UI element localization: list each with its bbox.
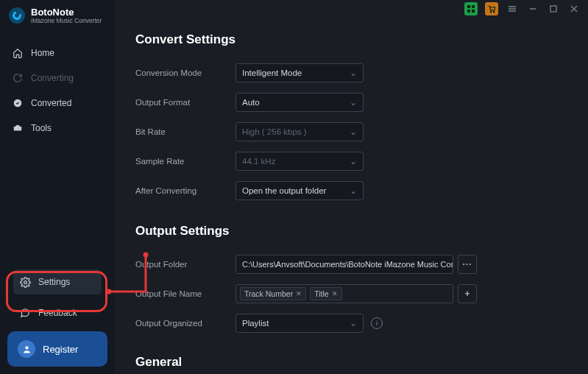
- remove-tag-icon[interactable]: ✕: [332, 290, 338, 297]
- input-value: C:\Users\Anvsoft\Documents\BotoNote iMaz…: [242, 260, 453, 269]
- svg-point-12: [493, 11, 494, 12]
- section-title-convert: Convert Settings: [135, 32, 570, 47]
- register-button[interactable]: Register: [7, 331, 107, 367]
- chevron-down-icon: ⌄: [350, 97, 357, 107]
- sidebar-item-label: Settings: [38, 277, 70, 287]
- filename-tag-tracknumber[interactable]: Track Number ✕: [240, 287, 306, 300]
- svg-rect-10: [472, 10, 475, 13]
- row-output-folder: Output Folder C:\Users\Anvsoft\Documents…: [135, 255, 570, 274]
- svg-rect-9: [467, 10, 470, 13]
- brand: BotoNote iMazone Music Converter: [0, 0, 115, 30]
- brand-title: BotoNote: [31, 7, 102, 18]
- info-icon[interactable]: i: [371, 317, 383, 329]
- section-title-output: Output Settings: [135, 224, 570, 239]
- bitrate-select: High ( 256 kbps ) ⌄: [235, 122, 364, 141]
- plus-icon: +: [464, 289, 470, 299]
- row-bitrate: Bit Rate High ( 256 kbps ) ⌄: [135, 122, 570, 141]
- apps-icon[interactable]: [464, 2, 478, 15]
- select-value: Intelligent Mode: [242, 68, 302, 77]
- tools-icon: [12, 122, 24, 134]
- svg-rect-2: [16, 124, 20, 126]
- brand-subtitle: iMazone Music Converter: [31, 18, 102, 24]
- menu-icon[interactable]: [506, 2, 519, 15]
- select-value: High ( 256 kbps ): [242, 127, 307, 136]
- filename-tag-title[interactable]: Title ✕: [310, 287, 341, 300]
- chevron-down-icon: ⌄: [350, 156, 357, 166]
- nav-main: Home Converting Converted Tools: [0, 40, 115, 141]
- select-value: Open the output folder: [242, 186, 326, 195]
- app-logo-icon: [9, 7, 25, 24]
- browse-folder-button[interactable]: ···: [458, 255, 477, 274]
- label: Output File Name: [135, 289, 235, 298]
- svg-rect-8: [472, 5, 475, 8]
- row-after-converting: After Converting Open the output folder …: [135, 181, 570, 200]
- nav-bottom: Settings Feedback Register: [0, 264, 115, 374]
- sidebar-item-converting[interactable]: Converting: [0, 66, 115, 91]
- sidebar-item-settings[interactable]: Settings: [13, 269, 102, 294]
- chevron-down-icon: ⌄: [350, 68, 357, 78]
- titlebar: [115, 0, 588, 15]
- svg-rect-7: [467, 5, 470, 8]
- converting-icon: [12, 72, 24, 84]
- sidebar-item-label: Feedback: [38, 308, 77, 318]
- converted-icon: [12, 97, 24, 109]
- select-value: 44.1 kHz: [242, 157, 275, 166]
- output-format-select[interactable]: Auto ⌄: [235, 93, 364, 112]
- label: Bit Rate: [135, 127, 235, 136]
- row-output-filename: Output File Name Track Number ✕ Title ✕ …: [135, 284, 570, 303]
- minimize-button[interactable]: [526, 2, 539, 15]
- settings-panel: Convert Settings Conversion Mode Intelli…: [115, 15, 588, 374]
- close-button[interactable]: [567, 2, 581, 15]
- cart-icon[interactable]: [485, 2, 498, 15]
- output-filename-input[interactable]: Track Number ✕ Title ✕: [235, 284, 453, 303]
- svg-rect-13: [550, 6, 556, 12]
- tag-label: Track Number: [244, 289, 293, 298]
- label: Output Organized: [135, 319, 235, 328]
- samplerate-select: 44.1 kHz ⌄: [235, 152, 364, 171]
- chevron-down-icon: ⌄: [350, 186, 357, 196]
- output-folder-input[interactable]: C:\Users\Anvsoft\Documents\BotoNote iMaz…: [235, 255, 453, 274]
- user-icon: [18, 340, 35, 358]
- label: Conversion Mode: [135, 68, 235, 77]
- chevron-down-icon: ⌄: [350, 318, 357, 328]
- remove-tag-icon[interactable]: ✕: [296, 290, 302, 297]
- row-samplerate: Sample Rate 44.1 kHz ⌄: [135, 152, 570, 171]
- sidebar-item-feedback[interactable]: Feedback: [13, 300, 102, 325]
- feedback-icon: [19, 307, 31, 319]
- sidebar-item-tools[interactable]: Tools: [0, 116, 115, 141]
- conversion-mode-select[interactable]: Intelligent Mode ⌄: [235, 63, 364, 82]
- label: Output Format: [135, 98, 235, 107]
- row-output-organized: Output Organized Playlist ⌄ i: [135, 314, 570, 333]
- more-icon: ···: [462, 259, 472, 269]
- add-tag-button[interactable]: +: [458, 284, 477, 303]
- sidebar-item-label: Converted: [31, 98, 71, 108]
- row-conversion-mode: Conversion Mode Intelligent Mode ⌄: [135, 63, 570, 82]
- gear-icon: [19, 276, 31, 288]
- after-converting-select[interactable]: Open the output folder ⌄: [235, 181, 364, 200]
- label: After Converting: [135, 186, 235, 195]
- register-label: Register: [43, 344, 78, 355]
- svg-point-3: [24, 280, 26, 283]
- row-output-format: Output Format Auto ⌄: [135, 93, 570, 112]
- sidebar-item-label: Tools: [31, 123, 52, 133]
- label: Sample Rate: [135, 157, 235, 166]
- sidebar-item-label: Converting: [31, 73, 74, 83]
- output-organized-select[interactable]: Playlist ⌄: [235, 314, 364, 333]
- section-title-general: General: [135, 355, 570, 370]
- svg-point-4: [25, 346, 28, 349]
- sidebar-item-label: Home: [31, 48, 54, 58]
- maximize-button[interactable]: [547, 2, 560, 15]
- sidebar-item-converted[interactable]: Converted: [0, 91, 115, 116]
- tag-label: Title: [314, 289, 328, 298]
- svg-rect-1: [14, 126, 22, 130]
- select-value: Playlist: [242, 319, 269, 328]
- svg-point-11: [490, 11, 491, 12]
- sidebar: BotoNote iMazone Music Converter Home Co…: [0, 0, 115, 374]
- select-value: Auto: [242, 98, 260, 107]
- sidebar-item-home[interactable]: Home: [0, 40, 115, 66]
- chevron-down-icon: ⌄: [350, 127, 357, 137]
- home-icon: [12, 47, 24, 59]
- label: Output Folder: [135, 260, 235, 269]
- main: Convert Settings Conversion Mode Intelli…: [115, 0, 588, 374]
